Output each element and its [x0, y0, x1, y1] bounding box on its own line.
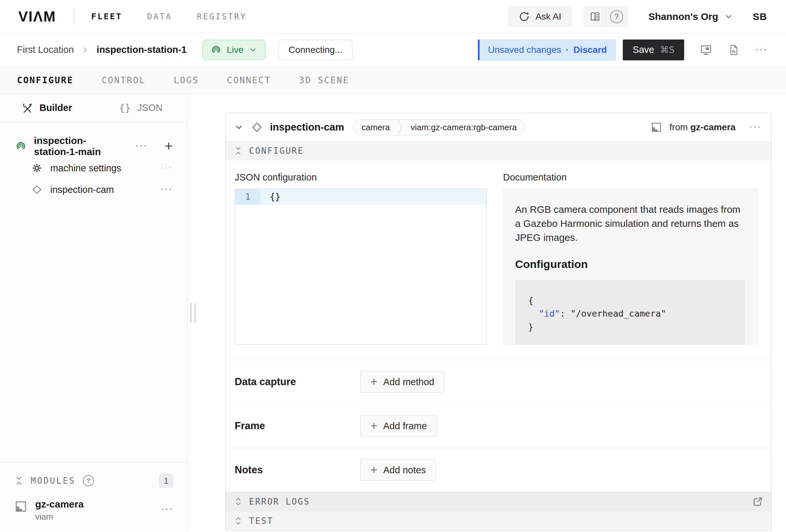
main-content: inspection-cam camera viam:gz-camera:rgb…	[188, 94, 786, 532]
app-header: VIΛM FLEET DATA REGISTRY Ask AI	[0, 0, 786, 33]
ask-ai-button[interactable]: Ask AI	[508, 6, 571, 27]
builder-mode-button[interactable]: Builder	[0, 94, 94, 122]
ai-sparkle-icon	[518, 11, 530, 23]
configure-section-bar[interactable]: CONFIGURE	[226, 141, 771, 160]
book-icon	[589, 10, 601, 23]
component-type: camera	[353, 119, 398, 135]
connecting-button[interactable]: Connecting...	[278, 40, 352, 60]
nav-item-fleet[interactable]: FLEET	[91, 12, 122, 21]
save-shortcut: ⌘S	[660, 45, 674, 55]
page-tabs: CONFIGURE CONTROL LOGS CONNECT 3D SCENE	[0, 67, 786, 94]
main-part-name: inspection-station-1-main	[34, 135, 121, 157]
org-name: Shannon's Org	[649, 11, 718, 22]
json-mode-button[interactable]: {} JSON	[94, 94, 188, 122]
component-diamond-icon	[31, 184, 42, 195]
chevron-down-icon	[249, 46, 257, 54]
module-name: gz-camera	[35, 499, 84, 510]
modules-header: MODULES ? 1	[0, 471, 188, 490]
configure-section-label: CONFIGURE	[249, 146, 304, 156]
docs-button[interactable]	[584, 6, 606, 27]
tab-configure[interactable]: CONFIGURE	[17, 75, 73, 85]
sidebar-resize-handle[interactable]	[190, 303, 196, 323]
frame-section: Frame + Add frame	[226, 404, 771, 448]
help-button[interactable]: ?	[606, 6, 627, 27]
component-diamond-icon	[251, 121, 263, 133]
live-status-button[interactable]: Live	[202, 40, 265, 60]
tree-item-main-part[interactable]: inspection-station-1-main ··· +	[0, 135, 188, 157]
expand-icon	[234, 498, 242, 506]
breadcrumb-separator-icon	[81, 46, 89, 54]
discard-link[interactable]: Discard	[573, 45, 607, 55]
report-icon[interactable]	[728, 44, 740, 56]
component-name: inspection-cam	[270, 121, 344, 133]
save-button[interactable]: Save ⌘S	[623, 40, 684, 61]
avatar[interactable]: SB	[753, 11, 767, 22]
from-module-text: from gz-camera	[669, 122, 735, 133]
code-key: "id"	[539, 308, 560, 319]
braces-icon: {}	[119, 102, 131, 114]
unsaved-separator: ·	[566, 45, 569, 55]
remote-view-icon[interactable]	[700, 44, 712, 56]
documentation-label: Documentation	[503, 172, 758, 183]
test-label: TEST	[249, 516, 274, 526]
header-divider	[74, 9, 74, 24]
module-list-item[interactable]: gz-camera viam ···	[0, 490, 188, 522]
viam-logo[interactable]: VIΛM	[18, 8, 56, 25]
machine-menu-ellipsis[interactable]: ···	[755, 45, 768, 55]
unsaved-changes-label: Unsaved changes	[488, 45, 561, 55]
nav-item-data[interactable]: DATA	[147, 12, 172, 21]
component-menu-ellipsis[interactable]: ···	[749, 122, 762, 132]
unsaved-changes-banner: Unsaved changes · Discard	[478, 40, 616, 61]
documentation-configuration-heading: Configuration	[515, 258, 745, 271]
modules-help-icon[interactable]: ?	[83, 475, 94, 486]
documentation-description: An RGB camera component that reads image…	[515, 203, 745, 245]
main-part-menu-ellipsis[interactable]: ···	[136, 141, 148, 151]
data-capture-section: Data capture + Add method	[226, 360, 771, 404]
configure-section-body: JSON configuration 1 {} Documentation An…	[226, 160, 771, 360]
tools-icon	[22, 102, 33, 114]
editor-active-line: 1 {}	[235, 189, 486, 205]
from-module-name[interactable]: gz-camera	[690, 122, 736, 132]
json-mode-label: JSON	[137, 102, 163, 113]
add-method-button[interactable]: + Add method	[360, 371, 444, 393]
module-menu-ellipsis[interactable]: ···	[161, 505, 173, 514]
top-nav: FLEET DATA REGISTRY	[91, 12, 247, 21]
tab-logs[interactable]: LOGS	[174, 75, 199, 85]
breadcrumb-location[interactable]: First Location	[17, 44, 74, 55]
test-section-bar[interactable]: TEST	[226, 511, 771, 530]
add-notes-button[interactable]: + Add notes	[360, 459, 436, 481]
tab-connect[interactable]: CONNECT	[227, 75, 271, 85]
error-logs-section-bar[interactable]: ERROR LOGS	[226, 492, 771, 511]
error-logs-label: ERROR LOGS	[249, 497, 310, 507]
live-label: Live	[227, 45, 244, 55]
machine-settings-menu-ellipsis[interactable]: ···	[160, 163, 173, 173]
broadcast-icon	[210, 44, 222, 55]
ask-ai-label: Ask AI	[535, 11, 561, 22]
tab-3d-scene[interactable]: 3D SCENE	[299, 75, 349, 85]
json-config-label: JSON configuration	[235, 172, 487, 183]
modules-count-badge: 1	[159, 473, 173, 488]
nav-item-registry[interactable]: REGISTRY	[197, 12, 247, 21]
modules-panel: MODULES ? 1 gz-camera viam ···	[0, 462, 188, 532]
documentation-panel[interactable]: An RGB camera component that reads image…	[503, 189, 758, 345]
builder-mode-label: Builder	[40, 102, 72, 113]
badge-separator-icon	[398, 119, 403, 135]
external-link-icon[interactable]	[753, 496, 763, 507]
notes-label: Notes	[235, 464, 360, 476]
chevron-down-icon[interactable]	[234, 122, 244, 132]
module-org: viam	[35, 512, 84, 522]
component-type-badge: camera viam:gz-camera:rgb-camera	[353, 119, 525, 135]
collapse-icon[interactable]	[14, 476, 23, 485]
add-component-button[interactable]: +	[164, 139, 173, 153]
json-config-editor[interactable]: 1 {}	[235, 189, 487, 345]
tab-control[interactable]: CONTROL	[101, 75, 145, 85]
tree-item-inspection-cam[interactable]: inspection-cam ···	[0, 179, 188, 201]
tree-item-machine-settings[interactable]: machine settings ···	[0, 157, 188, 179]
view-mode-toggle: Builder {} JSON	[0, 94, 188, 122]
inspection-cam-menu-ellipsis[interactable]: ···	[160, 185, 173, 194]
add-frame-button[interactable]: + Add frame	[360, 415, 437, 437]
component-card-inspection-cam: inspection-cam camera viam:gz-camera:rgb…	[225, 113, 772, 531]
notes-section: Notes + Add notes	[226, 448, 771, 492]
org-switcher[interactable]: Shannon's Org	[649, 11, 734, 22]
connecting-label: Connecting...	[288, 45, 342, 55]
